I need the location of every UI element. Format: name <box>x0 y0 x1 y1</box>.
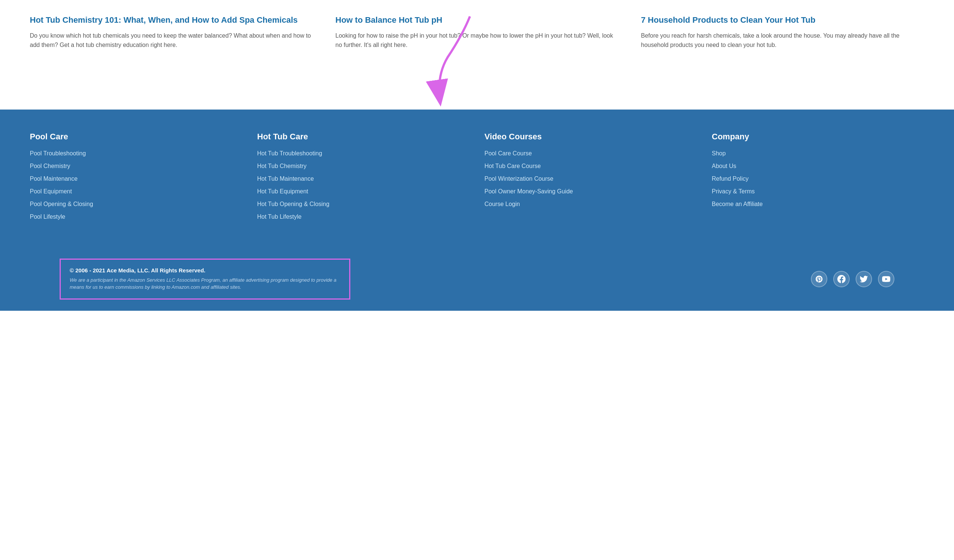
footer: Pool Care Pool Troubleshooting Pool Chem… <box>0 110 954 311</box>
footer-link-hottub-lifestyle[interactable]: Hot Tub Lifestyle <box>257 212 469 221</box>
twitter-icon[interactable] <box>856 271 872 287</box>
footer-link-shop[interactable]: Shop <box>712 149 924 158</box>
footer-link-pool-maintenance[interactable]: Pool Maintenance <box>30 174 242 183</box>
footer-link-hottub-chemistry[interactable]: Hot Tub Chemistry <box>257 162 469 171</box>
hot-tub-care-title: Hot Tub Care <box>257 132 469 142</box>
article-title-3[interactable]: 7 Household Products to Clean Your Hot T… <box>641 15 924 26</box>
video-courses-title: Video Courses <box>485 132 697 142</box>
youtube-icon[interactable] <box>878 271 894 287</box>
social-icons <box>811 271 894 287</box>
footer-link-pool-owner-guide[interactable]: Pool Owner Money-Saving Guide <box>485 187 697 196</box>
company-title: Company <box>712 132 924 142</box>
footer-link-pool-winterization-course[interactable]: Pool Winterization Course <box>485 174 697 183</box>
footer-col-company: Company Shop About Us Refund Policy Priv… <box>712 132 924 225</box>
copyright-bold: © 2006 - 2021 Ace Media, LLC. All Rights… <box>70 267 340 274</box>
pool-care-title: Pool Care <box>30 132 242 142</box>
footer-link-pool-lifestyle[interactable]: Pool Lifestyle <box>30 212 242 221</box>
footer-link-about-us[interactable]: About Us <box>712 162 924 171</box>
footer-link-pool-chemistry[interactable]: Pool Chemistry <box>30 162 242 171</box>
spacer <box>0 80 954 110</box>
articles-section: Hot Tub Chemistry 101: What, When, and H… <box>0 0 954 80</box>
footer-nav: Pool Care Pool Troubleshooting Pool Chem… <box>30 132 924 247</box>
footer-link-privacy-terms[interactable]: Privacy & Terms <box>712 187 924 196</box>
footer-link-hottub-troubleshooting[interactable]: Hot Tub Troubleshooting <box>257 149 469 158</box>
footer-col-hot-tub-care: Hot Tub Care Hot Tub Troubleshooting Hot… <box>257 132 469 225</box>
footer-link-hottub-opening-closing[interactable]: Hot Tub Opening & Closing <box>257 200 469 208</box>
copyright-italic: We are a participant in the Amazon Servi… <box>70 277 340 291</box>
footer-link-refund-policy[interactable]: Refund Policy <box>712 174 924 183</box>
article-item-3: 7 Household Products to Clean Your Hot T… <box>641 15 924 50</box>
facebook-icon[interactable] <box>833 271 850 287</box>
article-title-1[interactable]: Hot Tub Chemistry 101: What, When, and H… <box>30 15 313 26</box>
footer-col-video-courses: Video Courses Pool Care Course Hot Tub C… <box>485 132 697 225</box>
footer-col-pool-care: Pool Care Pool Troubleshooting Pool Chem… <box>30 132 242 225</box>
article-desc-3: Before you reach for harsh chemicals, ta… <box>641 31 924 50</box>
article-item-1: Hot Tub Chemistry 101: What, When, and H… <box>30 15 313 50</box>
footer-bottom: © 2006 - 2021 Ace Media, LLC. All Rights… <box>30 247 924 311</box>
footer-link-hottub-maintenance[interactable]: Hot Tub Maintenance <box>257 174 469 183</box>
article-desc-1: Do you know which hot tub chemicals you … <box>30 31 313 50</box>
footer-link-become-affiliate[interactable]: Become an Affiliate <box>712 200 924 208</box>
footer-link-pool-opening-closing[interactable]: Pool Opening & Closing <box>30 200 242 208</box>
copyright-box: © 2006 - 2021 Ace Media, LLC. All Rights… <box>60 258 350 300</box>
footer-link-pool-equipment[interactable]: Pool Equipment <box>30 187 242 196</box>
pinterest-icon[interactable] <box>811 271 827 287</box>
footer-link-hottub-care-course[interactable]: Hot Tub Care Course <box>485 162 697 171</box>
article-title-2[interactable]: How to Balance Hot Tub pH <box>335 15 619 26</box>
article-item-2: How to Balance Hot Tub pH Looking for ho… <box>335 15 619 50</box>
article-desc-2: Looking for how to raise the pH in your … <box>335 31 619 50</box>
footer-link-course-login[interactable]: Course Login <box>485 200 697 208</box>
footer-link-pool-troubleshooting[interactable]: Pool Troubleshooting <box>30 149 242 158</box>
footer-link-pool-care-course[interactable]: Pool Care Course <box>485 149 697 158</box>
footer-link-hottub-equipment[interactable]: Hot Tub Equipment <box>257 187 469 196</box>
